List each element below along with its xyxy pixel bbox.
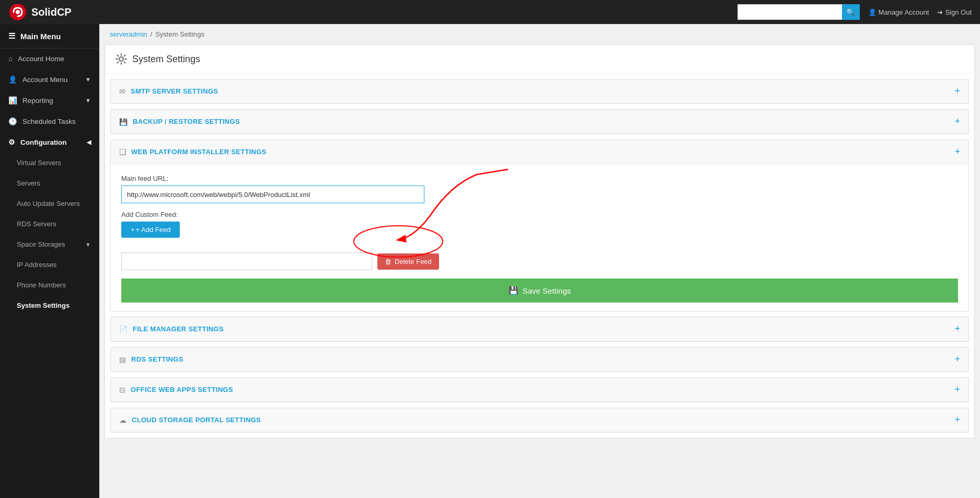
sidebar-item-phone-numbers[interactable]: Phone Numbers xyxy=(0,275,99,295)
chevron-down-icon: ▼ xyxy=(85,241,91,248)
chevron-down-icon: ▼ xyxy=(85,97,91,103)
page-header: System Settings xyxy=(105,45,974,74)
section-cloud-storage-header[interactable]: CLOUD STORAGE PORTAL SETTINGS + xyxy=(111,408,969,432)
home-icon: ⌂ xyxy=(8,55,13,63)
section-wpi-header[interactable]: ❏ WEB PLATFORM INSTALLER SETTINGS + xyxy=(111,140,969,164)
breadcrumb-separator: / xyxy=(151,30,153,38)
hdd-icon xyxy=(119,118,128,126)
menu-icon: ☰ xyxy=(8,31,15,41)
section-wpi: ❏ WEB PLATFORM INSTALLER SETTINGS + Main… xyxy=(110,140,969,311)
chart-icon: 📊 xyxy=(8,96,17,105)
add-custom-feed-label: Add Custom Feed: xyxy=(121,211,958,218)
settings-gear-icon xyxy=(116,53,127,65)
feed-row: 🗑 Delete Feed xyxy=(121,252,958,270)
windows-icon: ❏ xyxy=(119,147,126,157)
delete-feed-button[interactable]: 🗑 Delete Feed xyxy=(377,253,439,270)
section-wpi-toggle: + xyxy=(954,146,960,157)
section-file-manager-header[interactable]: FILE MANAGER SETTINGS + xyxy=(111,317,969,341)
main-feed-input[interactable] xyxy=(121,186,424,203)
section-rds-toggle: + xyxy=(954,354,960,365)
section-wpi-title: WEB PLATFORM INSTALLER SETTINGS xyxy=(131,148,267,156)
search-icon: 🔍 xyxy=(846,8,855,16)
logo: SolidCP xyxy=(8,3,72,21)
section-office-web-apps-header[interactable]: OFFICE WEB APPS SETTINGS + xyxy=(111,378,969,402)
section-office-web-apps-title: OFFICE WEB APPS SETTINGS xyxy=(131,386,233,393)
logo-text: SolidCP xyxy=(31,6,72,18)
section-smtp-header-left: SMTP SERVER SETTINGS xyxy=(119,87,218,96)
sidebar-item-virtual-servers[interactable]: Virtual Servers xyxy=(0,153,99,173)
sidebar-item-system-settings[interactable]: System Settings xyxy=(0,295,99,316)
section-smtp: SMTP SERVER SETTINGS + xyxy=(110,79,969,104)
sign-out-link[interactable]: ➔ Sign Out xyxy=(937,8,972,16)
sidebar-item-space-storages[interactable]: Space Storages ▼ xyxy=(0,234,99,254)
user-icon: 👤 xyxy=(8,75,17,84)
section-office-web-apps: OFFICE WEB APPS SETTINGS + xyxy=(110,377,969,402)
top-nav: SolidCP 🔍 👤 Manage Account ➔ Sign Out xyxy=(0,0,980,24)
add-custom-feed-group: Add Custom Feed: + + Add Feed xyxy=(121,211,958,245)
plus-icon: + xyxy=(131,226,135,234)
solidcp-logo-icon xyxy=(8,3,27,21)
layout: ☰ Main Menu ⌂ Account Home 👤 Account Men… xyxy=(0,24,980,498)
file-icon xyxy=(119,325,128,333)
chevron-left-icon: ◀ xyxy=(87,139,91,146)
trash-icon: 🗑 xyxy=(385,258,391,265)
main-content: serveradmin / System Settings System Set… xyxy=(99,24,980,498)
section-backup: BACKUP / RESTORE SETTINGS + xyxy=(110,109,969,134)
section-rds-header-left: RDS SETTINGS xyxy=(119,355,183,364)
sidebar-item-servers[interactable]: Servers xyxy=(0,173,99,193)
main-feed-label: Main feed URL: xyxy=(121,175,958,182)
section-smtp-header[interactable]: SMTP SERVER SETTINGS + xyxy=(111,79,969,103)
page-container: System Settings SMTP SERVER SETTINGS + xyxy=(105,44,975,438)
apps-icon xyxy=(119,386,125,394)
section-wpi-header-left: ❏ WEB PLATFORM INSTALLER SETTINGS xyxy=(119,147,267,157)
breadcrumb: serveradmin / System Settings xyxy=(99,24,980,44)
table-icon xyxy=(119,355,126,364)
manage-account-link[interactable]: 👤 Manage Account xyxy=(868,8,929,16)
chevron-down-icon: ▼ xyxy=(85,76,91,83)
section-backup-title: BACKUP / RESTORE SETTINGS xyxy=(133,118,240,125)
section-cloud-storage-title: CLOUD STORAGE PORTAL SETTINGS xyxy=(132,416,261,424)
sidebar-main-menu: ☰ Main Menu xyxy=(0,24,99,49)
section-smtp-toggle: + xyxy=(954,86,960,97)
user-icon: 👤 xyxy=(868,8,877,16)
custom-feed-input[interactable] xyxy=(121,252,372,270)
sidebar-item-auto-update-servers[interactable]: Auto Update Servers xyxy=(0,193,99,214)
section-backup-toggle: + xyxy=(954,116,960,127)
search-button[interactable]: 🔍 xyxy=(842,4,860,20)
signout-icon: ➔ xyxy=(937,8,943,16)
top-nav-right: 🔍 👤 Manage Account ➔ Sign Out xyxy=(737,4,972,20)
clock-icon: 🕐 xyxy=(8,117,17,125)
section-file-manager-toggle: + xyxy=(954,323,960,334)
sidebar-item-ip-addresses[interactable]: IP Addresses xyxy=(0,254,99,275)
section-office-web-apps-header-left: OFFICE WEB APPS SETTINGS xyxy=(119,386,233,394)
add-feed-button[interactable]: + + Add Feed xyxy=(121,222,180,238)
section-rds-header[interactable]: RDS SETTINGS + xyxy=(111,348,969,372)
save-icon: 💾 xyxy=(509,286,518,295)
section-file-manager-header-left: FILE MANAGER SETTINGS xyxy=(119,325,224,333)
cog-icon: ⚙ xyxy=(8,138,15,146)
section-wpi-body: Main feed URL: Add Custom Feed: + + Add … xyxy=(111,164,969,311)
breadcrumb-current: System Settings xyxy=(155,30,204,38)
section-cloud-storage-header-left: CLOUD STORAGE PORTAL SETTINGS xyxy=(119,416,261,424)
main-feed-group: Main feed URL: xyxy=(121,175,958,203)
section-office-web-apps-toggle: + xyxy=(954,384,960,395)
sidebar-item-scheduled-tasks[interactable]: 🕐 Scheduled Tasks xyxy=(0,111,99,132)
section-backup-header[interactable]: BACKUP / RESTORE SETTINGS + xyxy=(111,110,969,134)
section-smtp-title: SMTP SERVER SETTINGS xyxy=(131,87,218,95)
sidebar-item-configuration[interactable]: ⚙ Configuration ◀ xyxy=(0,132,99,153)
page-title: System Settings xyxy=(132,54,200,65)
sidebar: ☰ Main Menu ⌂ Account Home 👤 Account Men… xyxy=(0,24,99,498)
breadcrumb-serveradmin[interactable]: serveradmin xyxy=(110,30,147,38)
save-settings-button[interactable]: 💾 Save Settings xyxy=(121,279,958,303)
sidebar-item-rds-servers[interactable]: RDS Servers xyxy=(0,214,99,234)
sidebar-item-reporting[interactable]: 📊 Reporting ▼ xyxy=(0,90,99,111)
section-file-manager: FILE MANAGER SETTINGS + xyxy=(110,317,969,342)
section-rds-title: RDS SETTINGS xyxy=(131,355,183,363)
cloud-icon xyxy=(119,416,126,424)
sidebar-item-account-menu[interactable]: 👤 Account Menu ▼ xyxy=(0,69,99,90)
envelope-icon xyxy=(119,87,125,96)
section-cloud-storage: CLOUD STORAGE PORTAL SETTINGS + xyxy=(110,408,969,433)
sidebar-item-account-home[interactable]: ⌂ Account Home xyxy=(0,49,99,69)
search-input[interactable] xyxy=(737,4,842,20)
search-wrapper: 🔍 xyxy=(737,4,860,20)
